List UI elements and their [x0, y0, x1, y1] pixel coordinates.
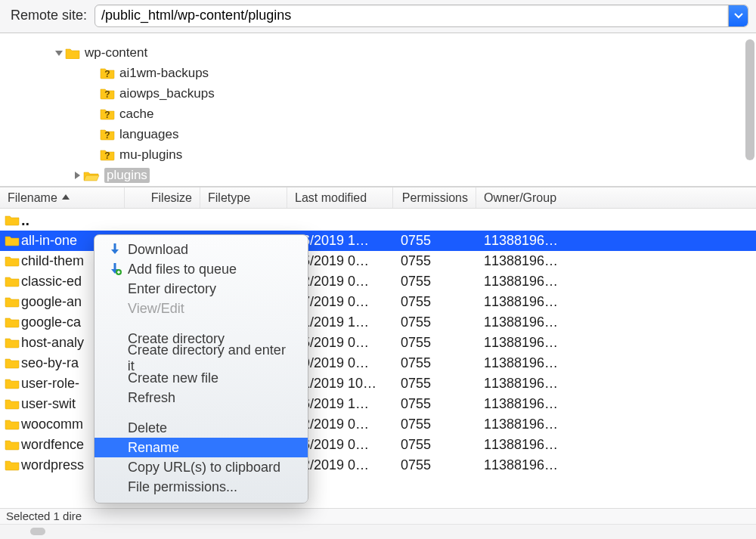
folder-icon — [5, 276, 20, 287]
tree-item-label: plugins — [104, 168, 150, 183]
file-permissions: 0755 — [393, 233, 476, 249]
column-permissions[interactable]: Permissions — [393, 187, 476, 208]
remote-site-input[interactable] — [95, 5, 728, 26]
folder-unknown-icon: ? — [100, 87, 115, 101]
folder-unknown-icon: ? — [100, 128, 115, 141]
file-permissions: 0755 — [393, 274, 476, 290]
disclosure-collapsed-icon[interactable] — [73, 172, 81, 179]
parent-dir-row[interactable]: .. — [0, 210, 756, 231]
tree-item-label: mu-plugins — [119, 147, 182, 163]
sort-ascending-icon — [62, 194, 70, 200]
tree-item[interactable]: plugins — [6, 165, 750, 185]
menu-item[interactable]: Add files to queue — [94, 259, 308, 279]
file-owner: 11388196… — [476, 437, 627, 453]
file-owner: 11388196… — [476, 314, 627, 330]
column-last-modified[interactable]: Last modified — [287, 187, 393, 208]
disclosure-expanded-icon[interactable] — [55, 49, 63, 57]
tree-item-label: cache — [119, 107, 153, 122]
directory-tree-pane[interactable]: wp-content?ai1wm-backups?aiowps_backups?… — [0, 33, 756, 187]
status-bar: Selected 1 dire — [0, 508, 756, 524]
folder-icon — [5, 235, 20, 246]
menu-item: View/Edit — [94, 299, 308, 318]
menu-item-label: Delete — [128, 420, 167, 436]
menu-item-label: Add files to queue — [128, 262, 237, 277]
menu-item[interactable]: File permissions... — [94, 477, 308, 497]
svg-text:?: ? — [104, 89, 110, 100]
download-queue-icon — [108, 262, 122, 276]
menu-item-label: Rename — [128, 440, 179, 456]
column-filetype-label: Filetype — [208, 191, 250, 205]
menu-item[interactable]: Delete — [94, 418, 308, 438]
menu-item-label: View/Edit — [128, 301, 184, 317]
svg-text:?: ? — [104, 69, 110, 79]
horizontal-scrollbar-thumb[interactable] — [30, 528, 45, 535]
file-name: .. — [21, 212, 125, 229]
file-permissions: 0755 — [393, 294, 476, 310]
menu-item-label: Refresh — [128, 390, 175, 406]
tree-item[interactable]: wp-content — [6, 42, 750, 63]
remote-site-label: Remote site: — [11, 8, 87, 23]
tree-item[interactable]: ?cache — [6, 104, 750, 124]
column-filesize-label: Filesize — [151, 191, 192, 205]
folder-icon — [5, 256, 20, 267]
menu-item[interactable]: Download — [94, 240, 308, 259]
folder-icon — [5, 215, 20, 226]
file-owner: 11388196… — [476, 253, 627, 269]
column-filename-label: Filename — [8, 191, 57, 205]
file-permissions: 0755 — [393, 437, 476, 453]
remote-site-bar: Remote site: — [0, 0, 756, 33]
menu-item-label: Copy URL(s) to clipboard — [128, 460, 280, 475]
horizontal-scrollbar[interactable] — [0, 524, 756, 539]
column-filesize[interactable]: Filesize — [125, 187, 200, 208]
file-permissions: 0755 — [393, 253, 476, 269]
file-owner: 11388196… — [476, 274, 627, 290]
folder-icon — [5, 419, 20, 430]
svg-marker-7 — [111, 249, 119, 254]
column-filename[interactable]: Filename — [0, 187, 125, 208]
menu-item[interactable]: Create directory and enter it — [94, 348, 308, 368]
menu-item-label: Enter directory — [128, 281, 216, 297]
menu-item[interactable]: Refresh — [94, 388, 308, 407]
file-permissions: 0755 — [393, 376, 476, 392]
column-owner-group[interactable]: Owner/Group — [476, 187, 627, 208]
tree-item-label: wp-content — [85, 45, 147, 60]
column-owner-group-label: Owner/Group — [484, 191, 556, 205]
remote-site-combo[interactable] — [94, 5, 748, 27]
folder-unknown-icon: ? — [100, 107, 115, 121]
tree-item[interactable]: ?languages — [6, 124, 750, 144]
tree-item[interactable]: ?ai1wm-backups — [6, 63, 750, 83]
tree-item[interactable]: ?aiowps_backups — [6, 83, 750, 104]
chevron-down-icon — [734, 13, 743, 19]
folder-icon — [5, 358, 20, 369]
file-owner: 11388196… — [476, 233, 627, 249]
tree-scrollbar[interactable] — [745, 39, 754, 174]
tree-item-label: languages — [119, 127, 178, 142]
file-owner: 11388196… — [476, 396, 627, 412]
folder-icon — [5, 460, 20, 471]
svg-text:?: ? — [104, 130, 110, 141]
menu-item[interactable]: Enter directory — [94, 279, 308, 299]
file-permissions: 0755 — [393, 314, 476, 330]
file-permissions: 0755 — [393, 457, 476, 473]
menu-item[interactable]: Rename — [94, 438, 308, 457]
folder-open-icon — [83, 169, 100, 181]
tree-item[interactable]: ?mu-plugins — [6, 144, 750, 165]
folder-icon — [5, 378, 20, 389]
file-owner: 11388196… — [476, 355, 627, 371]
file-owner: 11388196… — [476, 335, 627, 351]
download-icon — [108, 243, 122, 256]
column-permissions-label: Permissions — [402, 191, 468, 205]
file-permissions: 0755 — [393, 335, 476, 351]
tree-scrollbar-thumb[interactable] — [745, 39, 754, 160]
folder-icon — [65, 47, 80, 59]
context-menu: DownloadAdd files to queueEnter director… — [94, 234, 308, 503]
menu-item-label: Download — [128, 242, 188, 258]
remote-site-dropdown-button[interactable] — [728, 5, 748, 26]
menu-item[interactable]: Copy URL(s) to clipboard — [94, 457, 308, 477]
folder-icon — [5, 296, 20, 308]
folder-unknown-icon: ? — [100, 148, 115, 162]
column-filetype[interactable]: Filetype — [200, 187, 287, 208]
menu-item-label: File permissions... — [128, 479, 237, 495]
menu-separator — [94, 318, 308, 329]
file-owner: 11388196… — [476, 294, 627, 310]
